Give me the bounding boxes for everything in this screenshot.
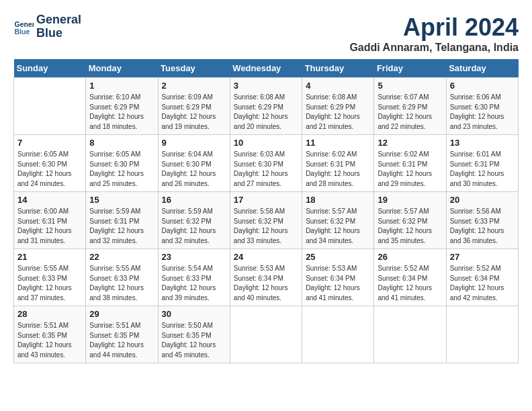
day-info: Sunrise: 5:59 AMSunset: 6:31 PMDaylight:… — [89, 207, 154, 246]
day-info: Sunrise: 5:57 AMSunset: 6:32 PMDaylight:… — [306, 207, 370, 246]
day-info: Sunrise: 6:02 AMSunset: 6:31 PMDaylight:… — [306, 150, 370, 189]
day-info: Sunrise: 5:57 AMSunset: 6:32 PMDaylight:… — [378, 207, 442, 246]
calendar-cell: 19Sunrise: 5:57 AMSunset: 6:32 PMDayligh… — [374, 192, 446, 249]
day-number: 18 — [306, 195, 370, 205]
day-info: Sunrise: 5:55 AMSunset: 6:33 PMDaylight:… — [17, 264, 82, 303]
logo-text: General Blue — [36, 13, 81, 40]
calendar-cell: 13Sunrise: 6:01 AMSunset: 6:31 PMDayligh… — [446, 135, 518, 192]
calendar-cell: 25Sunrise: 5:53 AMSunset: 6:34 PMDayligh… — [302, 249, 374, 306]
header-sunday: Sunday — [14, 59, 86, 78]
day-info: Sunrise: 5:51 AMSunset: 6:35 PMDaylight:… — [17, 321, 82, 360]
day-number: 24 — [234, 252, 298, 262]
calendar-cell: 17Sunrise: 5:58 AMSunset: 6:32 PMDayligh… — [230, 192, 302, 249]
calendar-cell: 4Sunrise: 6:08 AMSunset: 6:29 PMDaylight… — [302, 78, 374, 135]
day-number: 20 — [450, 195, 515, 205]
day-info: Sunrise: 5:59 AMSunset: 6:32 PMDaylight:… — [162, 207, 226, 246]
day-number: 19 — [378, 195, 442, 205]
day-number: 13 — [450, 138, 515, 148]
calendar-cell — [14, 78, 86, 135]
title-block: April 2024 Gaddi Annaram, Telangana, Ind… — [349, 13, 519, 54]
calendar-cell: 9Sunrise: 6:04 AMSunset: 6:30 PMDaylight… — [158, 135, 230, 192]
calendar-cell — [230, 306, 302, 363]
calendar-cell — [374, 306, 446, 363]
day-number: 8 — [89, 138, 154, 148]
day-number: 12 — [378, 138, 442, 148]
header-saturday: Saturday — [446, 59, 518, 78]
calendar-cell: 1Sunrise: 6:10 AMSunset: 6:29 PMDaylight… — [86, 78, 158, 135]
calendar-cell — [446, 306, 518, 363]
week-row-3: 14Sunrise: 6:00 AMSunset: 6:31 PMDayligh… — [14, 192, 519, 249]
day-number: 1 — [89, 81, 154, 91]
header-row: SundayMondayTuesdayWednesdayThursdayFrid… — [14, 59, 519, 78]
calendar-cell: 22Sunrise: 5:55 AMSunset: 6:33 PMDayligh… — [86, 249, 158, 306]
day-number: 11 — [306, 138, 370, 148]
calendar-cell: 7Sunrise: 6:05 AMSunset: 6:30 PMDaylight… — [14, 135, 86, 192]
logo-icon: General Blue — [13, 17, 34, 37]
calendar-cell: 20Sunrise: 5:56 AMSunset: 6:33 PMDayligh… — [446, 192, 518, 249]
day-info: Sunrise: 5:58 AMSunset: 6:32 PMDaylight:… — [234, 207, 298, 246]
day-info: Sunrise: 6:01 AMSunset: 6:31 PMDaylight:… — [450, 150, 515, 189]
day-info: Sunrise: 6:06 AMSunset: 6:30 PMDaylight:… — [450, 93, 515, 132]
day-number: 5 — [378, 81, 442, 91]
calendar-cell: 28Sunrise: 5:51 AMSunset: 6:35 PMDayligh… — [14, 306, 86, 363]
calendar-cell: 24Sunrise: 5:53 AMSunset: 6:34 PMDayligh… — [230, 249, 302, 306]
week-row-2: 7Sunrise: 6:05 AMSunset: 6:30 PMDaylight… — [14, 135, 519, 192]
header-friday: Friday — [374, 59, 446, 78]
calendar-cell: 26Sunrise: 5:52 AMSunset: 6:34 PMDayligh… — [374, 249, 446, 306]
day-info: Sunrise: 6:08 AMSunset: 6:29 PMDaylight:… — [306, 93, 370, 132]
day-number: 27 — [450, 252, 515, 262]
calendar-cell: 21Sunrise: 5:55 AMSunset: 6:33 PMDayligh… — [14, 249, 86, 306]
week-row-5: 28Sunrise: 5:51 AMSunset: 6:35 PMDayligh… — [14, 306, 519, 363]
week-row-1: 1Sunrise: 6:10 AMSunset: 6:29 PMDaylight… — [14, 78, 519, 135]
calendar-cell: 11Sunrise: 6:02 AMSunset: 6:31 PMDayligh… — [302, 135, 374, 192]
calendar-cell: 8Sunrise: 6:05 AMSunset: 6:30 PMDaylight… — [86, 135, 158, 192]
month-title: April 2024 — [349, 13, 519, 42]
day-number: 17 — [234, 195, 298, 205]
calendar-cell: 6Sunrise: 6:06 AMSunset: 6:30 PMDaylight… — [446, 78, 518, 135]
calendar-cell: 23Sunrise: 5:54 AMSunset: 6:33 PMDayligh… — [158, 249, 230, 306]
day-number: 23 — [162, 252, 226, 262]
day-info: Sunrise: 6:05 AMSunset: 6:30 PMDaylight:… — [89, 150, 154, 189]
day-info: Sunrise: 6:03 AMSunset: 6:30 PMDaylight:… — [234, 150, 298, 189]
day-number: 28 — [17, 309, 82, 319]
calendar-cell: 30Sunrise: 5:50 AMSunset: 6:35 PMDayligh… — [158, 306, 230, 363]
day-number: 3 — [234, 81, 298, 91]
calendar-cell: 12Sunrise: 6:02 AMSunset: 6:31 PMDayligh… — [374, 135, 446, 192]
calendar-cell: 10Sunrise: 6:03 AMSunset: 6:30 PMDayligh… — [230, 135, 302, 192]
header-wednesday: Wednesday — [230, 59, 302, 78]
day-number: 10 — [234, 138, 298, 148]
day-number: 30 — [162, 309, 226, 319]
week-row-4: 21Sunrise: 5:55 AMSunset: 6:33 PMDayligh… — [14, 249, 519, 306]
svg-text:Blue: Blue — [15, 27, 30, 35]
day-number: 21 — [17, 252, 82, 262]
day-info: Sunrise: 5:52 AMSunset: 6:34 PMDaylight:… — [450, 264, 515, 303]
calendar-cell — [302, 306, 374, 363]
day-info: Sunrise: 6:04 AMSunset: 6:30 PMDaylight:… — [162, 150, 226, 189]
calendar-cell: 3Sunrise: 6:08 AMSunset: 6:29 PMDaylight… — [230, 78, 302, 135]
day-number: 22 — [89, 252, 154, 262]
day-number: 7 — [17, 138, 82, 148]
calendar-table: SundayMondayTuesdayWednesdayThursdayFrid… — [13, 59, 519, 363]
header-monday: Monday — [86, 59, 158, 78]
day-number: 15 — [89, 195, 154, 205]
calendar-cell: 2Sunrise: 6:09 AMSunset: 6:29 PMDaylight… — [158, 78, 230, 135]
day-info: Sunrise: 6:10 AMSunset: 6:29 PMDaylight:… — [89, 93, 154, 132]
logo: General Blue General Blue — [13, 13, 81, 40]
day-info: Sunrise: 6:09 AMSunset: 6:29 PMDaylight:… — [162, 93, 226, 132]
day-number: 6 — [450, 81, 515, 91]
calendar-cell: 29Sunrise: 5:51 AMSunset: 6:35 PMDayligh… — [86, 306, 158, 363]
calendar-cell: 18Sunrise: 5:57 AMSunset: 6:32 PMDayligh… — [302, 192, 374, 249]
day-info: Sunrise: 5:52 AMSunset: 6:34 PMDaylight:… — [378, 264, 442, 303]
day-info: Sunrise: 5:54 AMSunset: 6:33 PMDaylight:… — [162, 264, 226, 303]
calendar-cell: 5Sunrise: 6:07 AMSunset: 6:29 PMDaylight… — [374, 78, 446, 135]
day-number: 14 — [17, 195, 82, 205]
day-info: Sunrise: 5:50 AMSunset: 6:35 PMDaylight:… — [162, 321, 226, 360]
day-info: Sunrise: 6:07 AMSunset: 6:29 PMDaylight:… — [378, 93, 442, 132]
day-number: 16 — [162, 195, 226, 205]
day-info: Sunrise: 5:56 AMSunset: 6:33 PMDaylight:… — [450, 207, 515, 246]
day-number: 25 — [306, 252, 370, 262]
day-info: Sunrise: 5:51 AMSunset: 6:35 PMDaylight:… — [89, 321, 154, 360]
day-info: Sunrise: 6:08 AMSunset: 6:29 PMDaylight:… — [234, 93, 298, 132]
day-number: 4 — [306, 81, 370, 91]
day-info: Sunrise: 6:00 AMSunset: 6:31 PMDaylight:… — [17, 207, 82, 246]
